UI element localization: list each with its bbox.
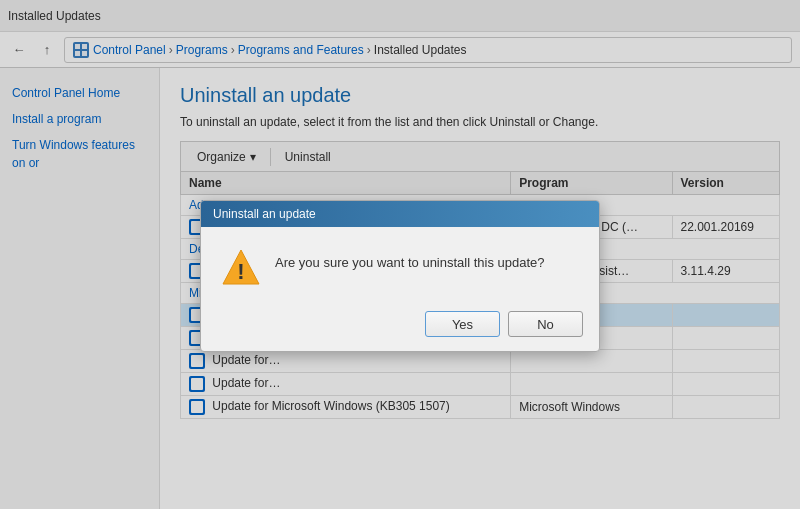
dialog-no-button[interactable]: No: [508, 311, 583, 337]
dialog-buttons: Yes No: [201, 303, 599, 351]
warning-icon: !: [221, 247, 261, 287]
dialog-message: Are you sure you want to uninstall this …: [275, 247, 545, 273]
dialog-title: Uninstall an update: [201, 201, 599, 227]
dialog-overlay: Uninstall an update ! Are you sure you w…: [0, 0, 800, 509]
svg-text:!: !: [237, 259, 244, 284]
dialog-body: ! Are you sure you want to uninstall thi…: [201, 227, 599, 303]
confirm-dialog: Uninstall an update ! Are you sure you w…: [200, 200, 600, 352]
dialog-yes-button[interactable]: Yes: [425, 311, 500, 337]
